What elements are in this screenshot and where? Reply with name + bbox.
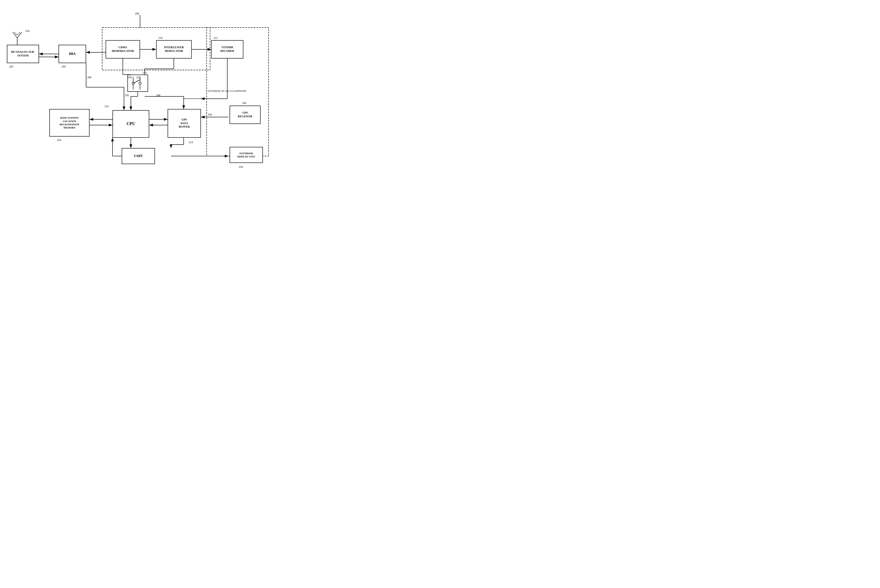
diagram: RF/ANALOG SUB-SYSTEM BBA CDMADEMODULATOR… <box>0 0 275 184</box>
label-218: 218 <box>142 71 146 75</box>
label-206: 206 <box>135 12 139 15</box>
label-208: 208 <box>87 76 92 79</box>
svg-line-7 <box>13 32 17 38</box>
label-266: 266 <box>242 102 246 105</box>
svg-point-52 <box>139 82 141 84</box>
bba-block: BBA <box>59 45 86 63</box>
svg-line-9 <box>14 32 17 35</box>
gps-buffer-block: GPSDATABUFFER <box>168 109 201 138</box>
label-228: 228 <box>239 165 243 169</box>
exterior-label: EXTERIOR OF CELLULARPHONE <box>208 90 246 92</box>
svg-line-10 <box>17 32 20 35</box>
label-212: 212 <box>213 36 218 40</box>
svg-line-8 <box>17 32 22 38</box>
label-202: 202 <box>9 65 13 68</box>
label-234: 234 <box>25 29 29 33</box>
label-216: 216 <box>104 105 109 108</box>
label-240: 240 <box>156 94 160 97</box>
label-210: 210 <box>158 36 162 40</box>
cdma-block: CDMADEMODULATOR <box>106 40 140 58</box>
label-204: 204 <box>62 65 66 68</box>
label-214: 214 <box>189 141 193 144</box>
label-244: 244 <box>208 113 212 116</box>
uart-block: UART <box>122 148 155 164</box>
label-236: 236 <box>125 94 129 97</box>
cpu-block: CPU <box>113 110 149 138</box>
exterior-display-block: EXTERIORDISPLAY UNIT <box>230 147 263 163</box>
viterbi-block: VITERBIDECODER <box>211 40 243 58</box>
gps-receiver-block: GPSRECEIVER <box>230 106 261 124</box>
rf-analog-block: RF/ANALOG SUB-SYSTEM <box>7 45 39 63</box>
label-220: 220 <box>57 138 61 142</box>
interleaver-block: INTERLEAVERMODULATOR <box>156 40 192 58</box>
bs-memory-block: BASE STATIONLOCATIONREGISTRATIONMEMORY <box>50 109 90 136</box>
switch-svg <box>128 75 148 92</box>
